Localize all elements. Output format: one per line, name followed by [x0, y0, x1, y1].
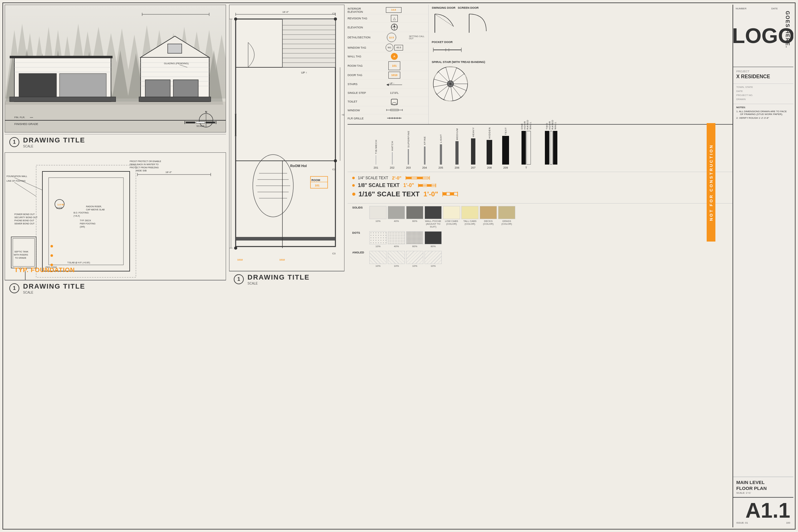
scale-116-dot: [352, 193, 355, 196]
sym-elevation-icon: [376, 23, 413, 32]
svg-text:UP ↑: UP ↑: [390, 82, 394, 84]
scale-116-label: 1/16" SCALE TEXT: [359, 190, 420, 198]
angled-row: ANGLED 10% 10%: [352, 251, 728, 267]
solids-label: SOLIDS: [352, 206, 369, 209]
main-level-label: MAIN LEVEL: [736, 480, 790, 485]
svg-rect-222: [454, 192, 458, 195]
project-name-sublabel: PROJECT: [736, 70, 790, 73]
elevation-drawing-number: 1: [10, 137, 19, 147]
svg-text:PIER FOOTING: PIER FOOTING: [80, 223, 95, 225]
lw-header-superfine: SUPERFINE: [400, 127, 416, 165]
symbol-row-single-step: SINGLE STEP 11½FL: [347, 89, 428, 97]
dots-40: 40%: [388, 231, 405, 248]
solid-10-box: [369, 206, 386, 219]
svg-text:18'-0": 18'-0": [282, 11, 289, 13]
svg-text:1.0 W.: 1.0 W.: [57, 203, 64, 206]
svg-text:101: 101: [315, 184, 320, 187]
angled-label: ANGLED: [352, 251, 369, 254]
proj-no-row: PROJECT NO.: [736, 94, 790, 97]
symbol-row-door-tag: DOOR TAG 1010: [347, 71, 428, 79]
sym-wall-tag-name: WALL TAG: [347, 55, 376, 58]
swinging-door-svg: [432, 11, 457, 36]
foundation-svg: 1.0 W. (+4,5) B.O. FOOTING: (+A,X) RADON…: [5, 153, 226, 280]
solid-60: 60%: [406, 206, 423, 228]
sym-door-tag-icon: 1010: [376, 71, 413, 79]
lw-header-tie-mech: TIE/MECH: [368, 127, 384, 165]
symbol-row-window: WINDOW: [347, 106, 428, 114]
symbol-row-stairs: STAIRS UP ↑: [347, 79, 428, 89]
svg-point-92: [51, 245, 53, 247]
foundation-drawing-scale: SCALE: [23, 291, 86, 294]
svg-rect-215: [427, 184, 432, 187]
issue-date: 100: [786, 521, 790, 524]
svg-text:FROST PROTECT OR ENABLE: FROST PROTECT OR ENABLE: [130, 160, 161, 163]
solid-wp-box: [424, 206, 442, 219]
solid-gr-label: GRASS (COLOR): [498, 220, 515, 225]
svg-rect-55: [168, 44, 182, 53]
svg-point-148: [234, 17, 237, 21]
solid-low-cabs: LOW CABS (COLOR): [443, 206, 460, 228]
swinging-door-label: SWINGING DOOR SCREEN DOOR: [432, 6, 729, 10]
lw-header-xfine: XFINE: [416, 127, 433, 165]
sym-elevation-name: ELEVATION: [347, 26, 376, 29]
sym-revision-icon: △: [376, 14, 413, 22]
solid-lc-label: LOW CABS (COLOR): [443, 220, 460, 225]
angled-swatches: 10% 10% 10%: [369, 251, 442, 267]
svg-text:FOUNDATION WALL: FOUNDATION WALL: [6, 175, 27, 177]
date-row: DATE: [736, 90, 790, 93]
rc-drawing-title: MAIN LEVEL FLOOR PLAN SCALE: 1'=1': [733, 477, 793, 497]
right-column: INTERIOR ELEVATION 14.8 REVISION TAG: [347, 5, 793, 527]
spiral-stair-section: SPIRAL STAIR (WITH TREAD BANDING): [432, 60, 729, 104]
room-hol-label: RoOM Hol: [290, 164, 307, 168]
foundation-title-row: 1 DRAWING TITLE SCALE: [5, 280, 226, 296]
svg-text:C2: C2: [332, 168, 336, 171]
sheet-number: A1.1: [736, 501, 790, 520]
sym-detail-section-name: DETAIL/SECTION: [347, 36, 374, 39]
scale-14-label: 1/4" SCALE TEXT: [358, 176, 388, 180]
sym-wall-tag-icon: A: [376, 52, 413, 60]
dots-label: DOTS: [352, 231, 369, 234]
color-swatches-section: SOLIDS 10% 40%: [347, 204, 733, 270]
dots-60-box: [406, 231, 423, 244]
svg-text:1010: 1010: [279, 258, 285, 261]
info-section: TOWN, STATE DATE PROJECT NO. DRAWN: [733, 84, 793, 104]
svg-rect-220: [446, 192, 450, 195]
solid-10: 10%: [369, 206, 386, 228]
lw-num-203: 203: [400, 166, 416, 169]
elevation-symbol-svg: [388, 23, 401, 31]
symbols-left-col: INTERIOR ELEVATION 14.8 REVISION TAG: [347, 5, 429, 124]
symbol-row-revision: REVISION TAG △: [347, 14, 428, 23]
lw-header-hatch: HATCH: [384, 127, 400, 165]
nfc-banner: NOT FOR CONSTRUCTION: [707, 123, 716, 242]
lw-numbers-row: 201 202 203 204 205 206 207 208 209 T: [351, 166, 729, 169]
foundation-drawing-title: DRAWING TITLE: [23, 282, 86, 290]
angled-10b-box: [388, 251, 405, 264]
right-inner-layout: INTERIOR ELEVATION 14.8 REVISION TAG: [347, 5, 793, 527]
date-key: DATE: [736, 90, 758, 93]
svg-rect-70: [8, 156, 223, 278]
floor-plan-svg: 18'-0" UP ↑: [229, 5, 344, 271]
proj-no-key: PROJECT NO.: [736, 94, 758, 97]
lw-num-202: 202: [384, 166, 400, 169]
grille-icon-svg: [386, 116, 402, 120]
scale-18-dim: 1'-0": [403, 183, 414, 188]
elevation-background-svg: GLAZING (PENDING) FINISHED GRADE FIN. FL…: [5, 5, 226, 132]
lw-num-206: 206: [449, 166, 465, 169]
svg-text:DRAIN BACK IN WINTER TO: DRAIN BACK IN WINTER TO: [130, 163, 159, 166]
angled-10a-box: [369, 251, 386, 264]
svg-text:PHONE BOND OUT: PHONE BOND OUT: [14, 220, 35, 222]
scale-ruler-18: [418, 183, 436, 188]
solid-60-label: 60%: [412, 220, 417, 223]
lw-num-T: T: [514, 166, 539, 169]
svg-text:SEWER BOND OUT: SEWER BOND OUT: [14, 223, 35, 225]
window-icon-svg: [386, 108, 403, 113]
angled-10d-label: 10%: [431, 265, 435, 267]
dots-10-label: 10%: [375, 245, 380, 248]
scale-bar: SCALE: [185, 121, 216, 128]
note-1: 1. ALL DIMENSIONS DRAWN ARE TO FACE OF F…: [736, 110, 790, 116]
svg-rect-219: [443, 192, 446, 195]
solid-60-box: [406, 206, 423, 219]
solid-40-label: 40%: [394, 220, 399, 223]
svg-text:TO GRADE: TO GRADE: [15, 257, 26, 259]
logo-section: LOGO GOES HERE. NUMBER DATE: [733, 5, 793, 67]
